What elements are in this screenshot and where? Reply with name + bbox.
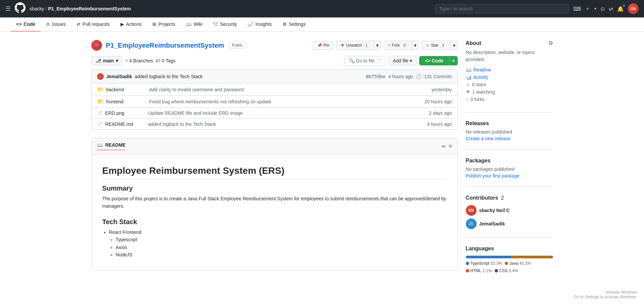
add-file-button[interactable]: Add file ▾ <box>388 56 416 65</box>
pin-icon: 📌 <box>317 43 322 48</box>
file-name[interactable]: README.md <box>105 121 146 127</box>
issue-icon[interactable]: ⊙ <box>600 6 605 12</box>
file-name[interactable]: frontend <box>106 99 147 104</box>
pin-button[interactable]: 📌 Pin <box>313 41 334 50</box>
branches-link[interactable]: ⑂ 4 Branches <box>125 58 153 63</box>
file-name[interactable]: backend <box>106 87 147 92</box>
contributor-avatar[interactable]: SN <box>466 205 477 216</box>
watching-info: 👁 1 watching <box>466 89 553 95</box>
table-row[interactable]: 📁 frontend Fixed bug where reimbursement… <box>92 96 457 108</box>
no-releases-text: No releases published <box>466 129 553 135</box>
packages-section: Packages No packages published Publish y… <box>466 158 553 187</box>
folder-icon: 📁 <box>97 86 104 93</box>
star-split[interactable]: ▾ <box>451 41 458 50</box>
readme-link[interactable]: 📖 Readme <box>466 67 553 72</box>
readme-h2-summary: Summary <box>102 185 447 192</box>
breadcrumb-user[interactable]: sbacky <box>30 6 44 11</box>
about-gear-icon[interactable]: ⚙ <box>548 40 553 46</box>
chevron-down-icon[interactable]: ▾ <box>594 6 596 11</box>
tab-pull-requests[interactable]: ⇄ Pull requests <box>71 17 115 32</box>
code-button[interactable]: <> Code <box>419 56 449 65</box>
lang-item-java[interactable]: Java 45.2% <box>505 261 531 266</box>
top-nav: ☰ sbacky / P1_EmployeeReimbursementSyste… <box>0 0 644 17</box>
lang-dot-typescript <box>466 262 469 265</box>
table-row[interactable]: 📄 README.md added logback to the Tech St… <box>92 119 457 130</box>
no-packages-text: No packages published <box>466 166 553 172</box>
search-input[interactable] <box>435 4 569 13</box>
commits-count-link[interactable]: 131 Commits <box>424 74 452 79</box>
eye-icon: 👁 <box>341 43 345 48</box>
fork-button[interactable]: ⑂ Fork 0 <box>384 41 412 50</box>
packages-title: Packages <box>466 158 553 164</box>
commit-time: 4 hours ago <box>388 74 413 79</box>
projects-icon: ⊞ <box>152 21 156 27</box>
lang-item-css[interactable]: CSS 0.4% <box>495 268 518 273</box>
contributor-name[interactable]: sbacky Neil C <box>479 208 510 213</box>
create-release-link[interactable]: Create a new release <box>466 136 510 141</box>
plus-icon[interactable]: ＋ <box>585 5 590 12</box>
repo-icon: 👾 <box>91 40 102 51</box>
branch-bar: ⎇ main ▾ ⑂ 4 Branches 🏷 0 Tags 🔍 Go to f… <box>91 56 458 65</box>
lang-dot-css <box>495 269 498 272</box>
list-item: NodeJS <box>116 251 447 258</box>
tab-issues[interactable]: ⊙ Issues <box>41 17 71 32</box>
languages-bar <box>466 256 553 258</box>
commit-author-avatar: J <box>97 73 104 80</box>
breadcrumb-repo[interactable]: P1_EmployeeReimbursementSystem <box>48 6 131 11</box>
lang-item-typescript[interactable]: TypeScript 52.3% <box>466 261 502 266</box>
file-doc-icon: 📄 <box>97 110 103 116</box>
branch-selector[interactable]: ⎇ main ▾ <box>91 56 123 65</box>
hamburger-icon[interactable]: ☰ <box>5 5 11 12</box>
unwatch-split[interactable]: ▾ <box>374 41 381 50</box>
about-text: No description, website, or topics provi… <box>466 49 553 63</box>
commit-hash[interactable]: 0bf59be <box>366 74 386 79</box>
user-avatar[interactable]: SN <box>628 3 639 14</box>
readme-h1: Employee Reimbursement System (ERS) <box>102 165 447 179</box>
publish-package-link[interactable]: Publish your first package <box>466 173 519 178</box>
list-item: Typescript <box>116 236 447 243</box>
sidebar: About ⚙ No description, website, or topi… <box>466 40 553 273</box>
folder-icon: 📁 <box>97 98 104 105</box>
activity-link[interactable]: 📊 Activity <box>466 74 553 80</box>
pullrequest-icon[interactable]: ⇄ <box>609 6 613 12</box>
fork-btn-group: ⑂ Fork 0 ▾ <box>384 41 419 50</box>
tab-projects[interactable]: ⊞ Projects <box>147 17 181 32</box>
about-section: About ⚙ No description, website, or topi… <box>466 40 553 112</box>
eye-icon: 👁 <box>466 89 470 95</box>
tab-actions[interactable]: ▶ Actions <box>115 17 147 32</box>
lang-dot-html <box>466 269 469 272</box>
commit-author[interactable]: JemalSadik <box>106 74 132 79</box>
fork-split[interactable]: ▾ <box>412 41 419 50</box>
tab-insights[interactable]: 📈 Insights <box>242 17 277 32</box>
clock-icon: 🕐 <box>416 74 422 79</box>
repo-tabs: <> Code ⊙ Issues ⇄ Pull requests ▶ Actio… <box>0 17 644 32</box>
go-to-file-button[interactable]: 🔍 Go to file T <box>344 56 386 65</box>
file-message: Fixed bug where reimbursements not refre… <box>149 99 422 104</box>
repo-name[interactable]: P1_EmployeeReimbursementSystem <box>106 42 224 49</box>
wiki-icon: 📖 <box>186 21 192 27</box>
languages-legend: TypeScript 52.3% Java 45.2% HTML 2.1% CS… <box>466 261 553 273</box>
contributor-name[interactable]: JemalSadik <box>479 221 505 226</box>
file-message: Update README file and include ERD image <box>148 110 427 116</box>
tab-security[interactable]: 🛡 Security <box>208 17 243 32</box>
github-logo[interactable] <box>15 2 26 15</box>
code-split-button[interactable]: ▾ <box>449 56 458 65</box>
table-row[interactable]: 📁 backend Add clarity to invalid usernam… <box>92 84 457 96</box>
star-button[interactable]: ☆ Star 0 <box>422 41 451 50</box>
readme-edit-button[interactable]: ✏ <box>442 143 446 150</box>
readme-list-button[interactable]: ≡ <box>449 143 452 150</box>
lang-item-html[interactable]: HTML 2.1% <box>466 268 492 273</box>
lang-bar-typescript <box>466 256 511 258</box>
tab-wiki[interactable]: 📖 Wiki <box>181 17 208 32</box>
tab-code[interactable]: <> Code <box>11 17 41 32</box>
tags-link[interactable]: 🏷 0 Tags <box>156 58 176 63</box>
search-bar[interactable] <box>435 4 569 13</box>
notification-icon[interactable]: 🔔 <box>617 6 624 12</box>
tab-settings[interactable]: ⚙ Settings <box>277 17 311 32</box>
terminal-icon[interactable]: ⌨ <box>573 6 581 12</box>
file-name[interactable]: ERD.png <box>105 110 146 116</box>
file-message: Add clarity to invalid username and pass… <box>149 87 429 92</box>
unwatch-button[interactable]: 👁 Unwatch 1 <box>336 41 374 50</box>
table-row[interactable]: 📄 ERD.png Update README file and include… <box>92 108 457 119</box>
contributor-avatar[interactable]: JS <box>466 218 477 229</box>
